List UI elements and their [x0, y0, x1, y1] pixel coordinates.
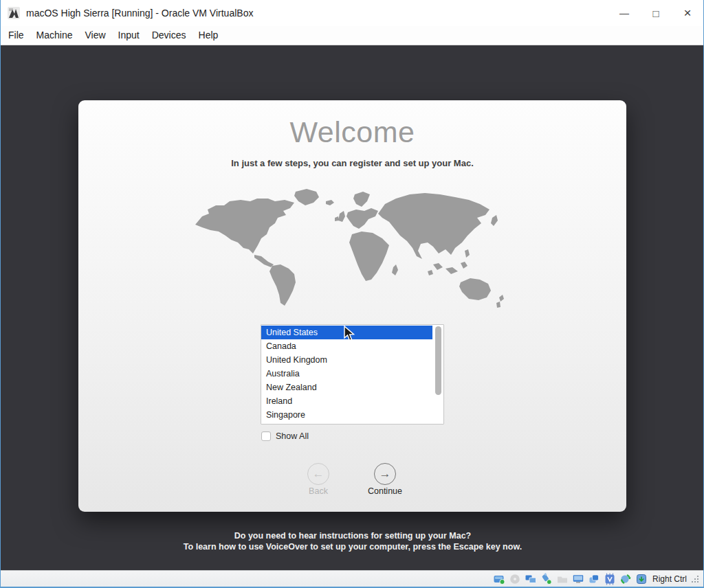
menu-item[interactable]: Input — [112, 26, 146, 45]
video-capture-icon[interactable] — [588, 573, 600, 585]
continue-button-label: Continue — [358, 486, 412, 496]
country-option[interactable]: Australia — [261, 367, 432, 381]
menu-item[interactable]: Help — [192, 26, 225, 45]
minimize-button[interactable]: — — [608, 0, 640, 26]
hard-disks-icon[interactable] — [493, 573, 505, 585]
mouse-cursor — [344, 326, 355, 342]
show-all-label[interactable]: Show All — [276, 431, 309, 441]
status-bar: Right Ctrl — [1, 570, 703, 588]
network-icon[interactable] — [525, 573, 537, 585]
close-button[interactable]: × — [672, 0, 703, 26]
keyboard-icon[interactable] — [635, 573, 648, 585]
country-option[interactable]: United Kingdom — [261, 353, 432, 367]
virtualbox-window: macOS High Sierra [Running] - Oracle VM … — [0, 0, 704, 588]
usb-icon[interactable] — [540, 573, 553, 585]
menu-item[interactable]: View — [78, 26, 111, 45]
host-key-indicator: Right Ctrl — [652, 574, 687, 584]
menu-item[interactable]: Devices — [146, 26, 192, 45]
display-icon[interactable] — [572, 573, 584, 585]
voiceover-line1: Do you need to hear instructions for set… — [1, 530, 704, 541]
menu-bar: FileMachineViewInputDevicesHelp — [1, 26, 703, 45]
window-title: macOS High Sierra [Running] - Oracle VM … — [26, 8, 253, 19]
back-button-label: Back — [291, 486, 346, 496]
country-option[interactable]: New Zealand — [261, 381, 432, 394]
continue-button[interactable]: → — [374, 463, 396, 485]
title-bar: macOS High Sierra [Running] - Oracle VM … — [1, 0, 703, 26]
window-controls: — □ × — [608, 0, 703, 26]
features-icon[interactable] — [604, 573, 616, 585]
shared-folders-icon[interactable] — [556, 573, 569, 585]
maximize-button[interactable]: □ — [640, 0, 672, 26]
setup-assistant-card: Welcome In just a few steps, you can reg… — [78, 100, 626, 512]
country-option[interactable]: Ireland — [261, 394, 432, 408]
show-all-checkbox[interactable] — [261, 431, 271, 441]
menu-item[interactable]: File — [2, 26, 30, 45]
welcome-subtitle: In just a few steps, you can register an… — [78, 158, 626, 168]
back-button[interactable]: ← — [307, 463, 329, 485]
vm-display: Welcome In just a few steps, you can reg… — [1, 45, 704, 570]
world-map-graphic — [191, 181, 514, 313]
virtualbox-logo-icon — [7, 6, 21, 20]
mouse-integration-icon[interactable] — [619, 573, 632, 585]
optical-drives-icon[interactable] — [509, 573, 521, 585]
welcome-title: Welcome — [78, 115, 626, 149]
menu-item[interactable]: Machine — [30, 26, 79, 45]
voiceover-line2: To learn how to use VoiceOver to set up … — [1, 541, 704, 552]
show-all-option: Show All — [261, 431, 309, 441]
country-option[interactable]: Singapore — [261, 408, 432, 422]
list-scrollbar-thumb[interactable] — [435, 326, 441, 395]
voiceover-prompt: Do you need to hear instructions for set… — [1, 530, 704, 552]
resize-grip[interactable] — [691, 575, 699, 583]
